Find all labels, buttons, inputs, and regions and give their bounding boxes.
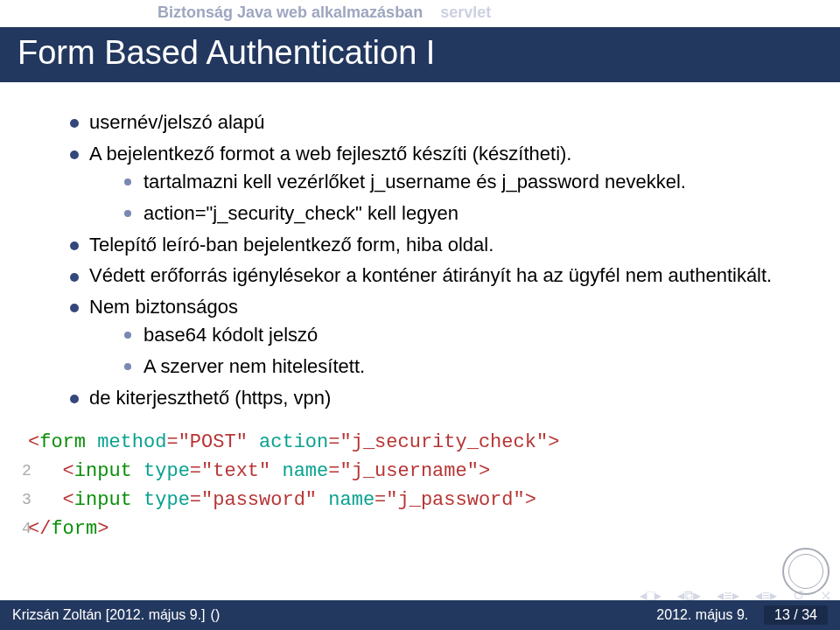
footer-author: Krizsán Zoltán [2012. május 9.] xyxy=(12,607,206,623)
line-number: 4 xyxy=(22,517,23,541)
footer-date: 2012. május 9. xyxy=(656,607,748,622)
list-item: usernév/jelszó alapú xyxy=(70,108,814,136)
page-counter: 13 / 34 xyxy=(764,606,828,625)
line-number: 2 xyxy=(22,459,23,483)
line-number xyxy=(22,430,23,454)
list-item-label: Nem biztonságos xyxy=(89,296,238,318)
nav-tab-section[interactable]: servlet xyxy=(440,4,491,22)
footer-parens: () xyxy=(211,607,220,623)
list-item: Védett erőforrás igénylésekor a konténer… xyxy=(70,262,814,290)
list-item: Telepítő leíró-ban bejelentkező form, hi… xyxy=(70,231,814,259)
breadcrumb: Biztonság Java web alkalmazásban servlet xyxy=(0,0,840,27)
footer-bar: Krizsán Zoltán [2012. május 9.] () 2012.… xyxy=(0,600,840,630)
list-item-label: A bejelentkező formot a web fejlesztő ké… xyxy=(89,143,571,164)
code-block: <form method="POST" action="j_security_c… xyxy=(22,428,814,543)
list-item: A szerver nem hitelesített. xyxy=(124,353,814,381)
list-item: base64 kódolt jelszó xyxy=(124,321,814,349)
slide-body: usernév/jelszó alapú A bejelentkező form… xyxy=(0,82,840,543)
slide-title: Form Based Authentication I xyxy=(18,34,822,72)
list-item: action="j_security_check" kell legyen xyxy=(124,200,814,228)
title-bar: Form Based Authentication I xyxy=(0,27,840,82)
nav-tab-main[interactable]: Biztonság Java web alkalmazásban xyxy=(158,4,423,22)
list-item: de kiterjeszthető (https, vpn) xyxy=(70,384,814,412)
line-number: 3 xyxy=(22,488,23,512)
list-item: Nem biztonságos base64 kódolt jelszó A s… xyxy=(70,293,814,381)
list-item: A bejelentkező formot a web fejlesztő ké… xyxy=(70,140,814,228)
list-item: tartalmazni kell vezérlőket j_username é… xyxy=(124,168,814,196)
